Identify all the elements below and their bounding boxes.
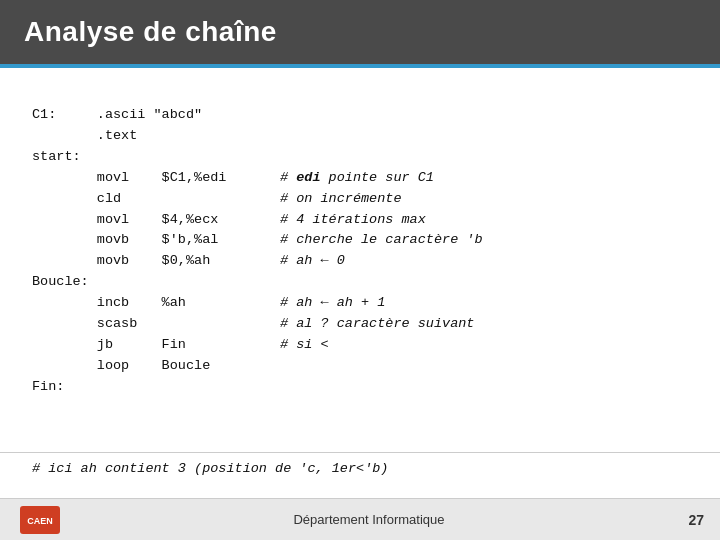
footer-dept: Département Informatique: [64, 512, 674, 527]
code-table: movl $C1,%edi # edi pointe sur C1 cld # …: [32, 168, 483, 398]
code-cell: jb Fin: [32, 335, 272, 356]
comment-cell: [272, 356, 483, 377]
title-text: Analyse de chaîne: [24, 16, 277, 47]
page-number-text: 27: [688, 512, 704, 528]
code-cell: scasb: [32, 314, 272, 335]
table-row: movl $C1,%edi # edi pointe sur C1: [32, 168, 483, 189]
code-line-c1-ascii: C1: .ascii "abcd": [32, 107, 202, 122]
table-row: movb $'b,%al # cherche le caractère 'b: [32, 230, 483, 251]
footer: CAEN Département Informatique 27: [0, 498, 720, 540]
code-cell: Boucle:: [32, 272, 272, 293]
comment-cell: # ah ← ah + 1: [272, 293, 483, 314]
comment-cell: # al ? caractère suivant: [272, 314, 483, 335]
code-cell: incb %ah: [32, 293, 272, 314]
table-row: movb $0,%ah # ah ← 0: [32, 251, 483, 272]
comment-cell: # ah ← 0: [272, 251, 483, 272]
code-cell: loop Boucle: [32, 356, 272, 377]
logo-svg: CAEN: [18, 504, 62, 536]
code-cell: movl $4,%ecx: [32, 210, 272, 231]
main-content: C1: .ascii "abcd" .text start: movl $C1,…: [0, 68, 720, 448]
table-row: loop Boucle: [32, 356, 483, 377]
comment-cell: # on incrémente: [272, 189, 483, 210]
table-row: movl $4,%ecx # 4 itérations max: [32, 210, 483, 231]
comment-cell: # cherche le caractère 'b: [272, 230, 483, 251]
slide-title: Analyse de chaîne: [0, 0, 720, 64]
comment-cell: # edi pointe sur C1: [272, 168, 483, 189]
table-row: cld # on incrémente: [32, 189, 483, 210]
comment-cell: # 4 itérations max: [272, 210, 483, 231]
table-row: Fin:: [32, 377, 483, 398]
code-line-start: start:: [32, 149, 81, 164]
code-cell: Fin:: [32, 377, 272, 398]
comment-cell: [272, 377, 483, 398]
code-cell: movb $'b,%al: [32, 230, 272, 251]
table-row: incb %ah # ah ← ah + 1: [32, 293, 483, 314]
page-number: 27: [674, 512, 704, 528]
table-row: scasb # al ? caractère suivant: [32, 314, 483, 335]
comment-cell: # si <: [272, 335, 483, 356]
code-block: C1: .ascii "abcd" .text start: movl $C1,…: [32, 84, 688, 440]
table-row: Boucle:: [32, 272, 483, 293]
bottom-note-text: # ici ah contient 3 (position de 'c, 1er…: [32, 461, 388, 476]
table-row: jb Fin # si <: [32, 335, 483, 356]
code-cell: movb $0,%ah: [32, 251, 272, 272]
university-logo: CAEN: [16, 502, 64, 538]
bottom-note: # ici ah contient 3 (position de 'c, 1er…: [0, 452, 720, 480]
code-cell: movl $C1,%edi: [32, 168, 272, 189]
svg-text:CAEN: CAEN: [27, 516, 53, 526]
comment-cell: [272, 272, 483, 293]
code-line-c1-text: .text: [32, 128, 137, 143]
code-cell: cld: [32, 189, 272, 210]
dept-label: Département Informatique: [293, 512, 444, 527]
